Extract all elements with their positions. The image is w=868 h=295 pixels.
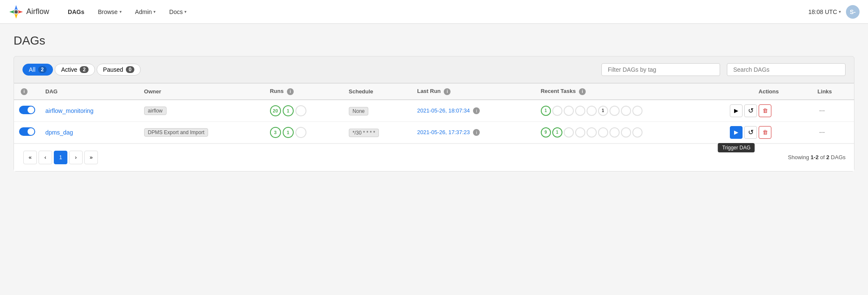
dag1-actions-group: ▶ ↺ 🗑 <box>730 104 807 117</box>
docs-dropdown-arrow: ▾ <box>184 9 186 14</box>
svg-marker-0 <box>14 5 18 10</box>
row2-runs: 3 1 <box>265 121 344 143</box>
dag2-toggle[interactable] <box>19 127 35 136</box>
svg-point-4 <box>14 10 18 14</box>
row1-owner: airflow <box>139 100 265 122</box>
dag1-task-7[interactable] <box>609 106 620 116</box>
nav-docs[interactable]: Docs ▾ <box>163 5 192 19</box>
dag2-trigger-btn[interactable]: ▶ <box>730 126 743 139</box>
airflow-logo <box>8 4 24 20</box>
dag2-task-5[interactable] <box>587 127 597 138</box>
dag2-task-8[interactable] <box>621 127 631 138</box>
dag1-runs-empty[interactable] <box>295 105 306 116</box>
dag1-task-8[interactable] <box>621 106 631 116</box>
lastrun-info-icon[interactable]: i <box>444 88 451 95</box>
row1-recent-tasks: 1 1 <box>536 100 725 122</box>
time-dropdown-arrow: ▾ <box>839 9 841 14</box>
row2-toggle-cell <box>14 121 40 143</box>
dag2-task-1[interactable]: 9 <box>541 127 551 138</box>
dag2-lastrun-info[interactable]: i <box>473 129 480 136</box>
nav-links: DAGs Browse ▾ Admin ▾ Docs ▾ <box>62 5 808 19</box>
dag2-task-2[interactable]: 1 <box>552 127 562 138</box>
dag1-last-run: 2021-05-26, 18:07:34 <box>417 107 470 114</box>
dag2-refresh-btn[interactable]: ↺ <box>744 126 757 139</box>
brand[interactable]: Airflow <box>8 4 49 20</box>
search-input[interactable] <box>727 63 846 76</box>
nav-dags[interactable]: DAGs <box>62 5 90 19</box>
brand-name: Airflow <box>26 7 49 16</box>
dag1-delete-btn[interactable]: 🗑 <box>759 104 771 117</box>
dag1-owner-badge: airflow <box>144 107 167 115</box>
dag2-task-3[interactable] <box>564 127 574 138</box>
dag2-task-9[interactable] <box>632 127 643 138</box>
dag1-task-5[interactable] <box>587 106 597 116</box>
nav-admin[interactable]: Admin ▾ <box>129 5 162 19</box>
th-links: Links <box>812 84 854 100</box>
dag1-link[interactable]: airflow_monitoring <box>45 107 94 114</box>
dag2-task-4[interactable] <box>575 127 585 138</box>
th-info: i <box>14 84 40 100</box>
dag1-task-9[interactable] <box>632 106 643 116</box>
page-next-btn[interactable]: › <box>69 151 83 164</box>
dag2-task-7[interactable] <box>609 127 620 138</box>
dag1-refresh-btn[interactable]: ↺ <box>744 104 757 117</box>
tab-all-badge: 2 <box>38 66 47 73</box>
dag1-runs-group: 20 1 <box>270 105 339 116</box>
dag2-more-btn[interactable]: ··· <box>818 129 826 136</box>
row1-links: ··· <box>812 100 854 122</box>
table-row: airflow_monitoring airflow 20 1 <box>14 100 854 122</box>
svg-marker-3 <box>9 10 14 14</box>
dag2-schedule-badge: */30 * * * * <box>349 129 379 137</box>
page-last-btn[interactable]: » <box>84 151 98 164</box>
trigger-dag-tooltip: Trigger DAG <box>718 143 755 152</box>
tab-paused-badge: 0 <box>126 66 135 73</box>
row1-runs: 20 1 <box>265 100 344 122</box>
table-header-row: i DAG Owner Runs i Schedule Last Run i R… <box>14 84 854 100</box>
dag2-runs-success[interactable]: 3 <box>270 127 281 138</box>
dag2-runs-running[interactable]: 1 <box>283 127 294 138</box>
dag1-runs-running[interactable]: 1 <box>283 105 294 116</box>
dag-table-wrapper: i DAG Owner Runs i Schedule Last Run i R… <box>14 83 854 171</box>
dag1-task-3[interactable] <box>564 106 574 116</box>
row2-links: ··· <box>812 121 854 143</box>
row2-lastrun: 2021-05-26, 17:37:23 i <box>412 121 535 143</box>
row1-schedule: None <box>344 100 412 122</box>
browse-dropdown-arrow: ▾ <box>120 9 122 14</box>
th-dag: DAG <box>40 84 139 100</box>
dag2-runs-group: 3 1 <box>270 127 339 138</box>
recent-tasks-info-icon[interactable]: i <box>579 88 586 95</box>
row2-dag-name: dpms_dag <box>40 121 139 143</box>
page-prev-btn[interactable]: ‹ <box>39 151 52 164</box>
dag1-task-2[interactable] <box>552 106 562 116</box>
dag2-task-6[interactable] <box>598 127 608 138</box>
dag2-link[interactable]: dpms_dag <box>45 129 73 136</box>
dag2-runs-empty[interactable] <box>295 127 306 138</box>
page-first-btn[interactable]: « <box>23 151 37 164</box>
tab-all[interactable]: All 2 <box>22 64 53 76</box>
dag1-runs-success[interactable]: 20 <box>270 105 281 116</box>
table-info-icon[interactable]: i <box>21 88 28 95</box>
th-recent-tasks: Recent Tasks i <box>536 84 725 100</box>
dag1-task-4[interactable] <box>575 106 585 116</box>
runs-info-icon[interactable]: i <box>287 88 294 95</box>
dag1-trigger-btn[interactable]: ▶ <box>730 104 743 117</box>
row2-owner: DPMS Export and Import <box>139 121 265 143</box>
tag-filter-input[interactable] <box>601 63 720 76</box>
user-avatar[interactable]: S- <box>846 5 860 19</box>
dag1-task-6[interactable]: 1 <box>598 106 608 116</box>
page-1-btn[interactable]: 1 <box>54 151 67 164</box>
page-title: DAGs <box>14 34 854 48</box>
tab-paused[interactable]: Paused 0 <box>97 64 141 76</box>
dag1-task-1[interactable]: 1 <box>541 106 551 116</box>
row2-recent-tasks: 9 1 <box>536 121 725 143</box>
row1-actions: ▶ ↺ 🗑 <box>725 100 812 122</box>
tab-active[interactable]: Active 2 <box>55 64 95 76</box>
dag1-recent-tasks-group: 1 1 <box>541 106 720 116</box>
nav-browse[interactable]: Browse ▾ <box>92 5 128 19</box>
row2-schedule: */30 * * * * <box>344 121 412 143</box>
dag1-toggle[interactable] <box>19 106 35 114</box>
time-display[interactable]: 18:08 UTC ▾ <box>808 8 841 15</box>
dag1-more-btn[interactable]: ··· <box>818 107 826 114</box>
dag2-delete-btn[interactable]: 🗑 <box>759 126 771 139</box>
dag1-lastrun-info[interactable]: i <box>473 107 480 114</box>
